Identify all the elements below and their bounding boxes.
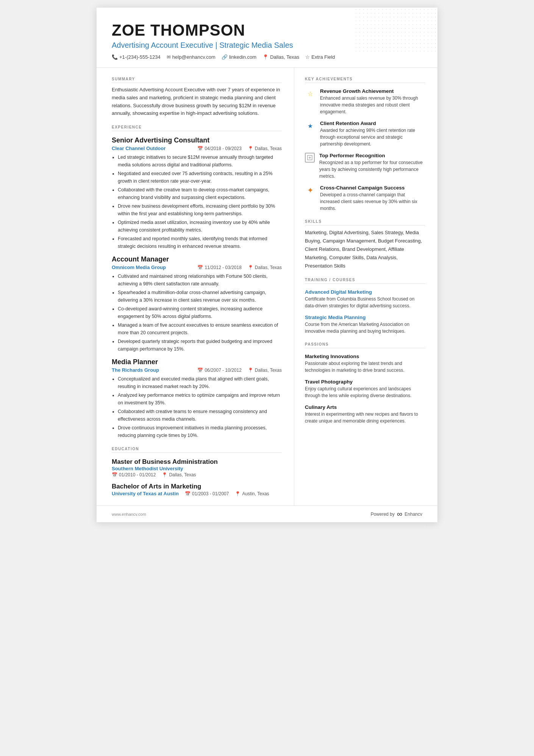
calendar-icon-2: 📅 xyxy=(197,265,203,270)
job-title-3: Media Planner xyxy=(112,358,282,366)
pin-icon-2: 📍 xyxy=(248,265,253,270)
passions-label: PASSIONS xyxy=(305,342,425,348)
calendar-icon-1: 📅 xyxy=(197,146,203,151)
skills-text: Marketing, Digital Advertising, Sales St… xyxy=(305,229,425,270)
achievement-icon-4: ✦ xyxy=(305,185,315,196)
pin-icon-1: 📍 xyxy=(248,146,253,151)
bullet-item: Drove new business development efforts, … xyxy=(118,202,282,218)
bullet-item: Analyzed key performance metrics to opti… xyxy=(118,391,282,407)
job-dates-3: 📅 06/2007 - 10/2012 xyxy=(197,368,241,373)
course-desc-2: Course from the American Marketing Assoc… xyxy=(305,321,425,335)
passion-title-2: Travel Photography xyxy=(305,379,425,385)
web-icon: 🔗 xyxy=(222,54,228,60)
company-name-1: Clear Channel Outdoor xyxy=(112,146,166,151)
phone-icon: 📞 xyxy=(112,54,118,60)
enhancv-logo: Powered by ∞ Enhancv xyxy=(371,510,422,518)
bullet-item: Negotiated and executed over 75 advertis… xyxy=(118,170,282,185)
edu-meta-1: 📅 01/2010 - 01/2012 📍 Dallas, Texas xyxy=(112,472,282,477)
bullet-item: Collaborated with creative teams to ensu… xyxy=(118,408,282,423)
achievement-title-1: Revenue Growth Achievement xyxy=(320,88,425,94)
bullet-item: Led strategic initiatives to secure $12M… xyxy=(118,153,282,169)
pin-edu-2: 📍 xyxy=(235,491,240,496)
job-title-1: Senior Advertising Consultant xyxy=(112,136,282,144)
calendar-icon-3: 📅 xyxy=(197,368,203,373)
job-dates-2: 📅 11/2012 - 03/2018 xyxy=(197,265,241,270)
job-bullets-3: Conceptualized and executed media plans … xyxy=(112,375,282,439)
resume-footer: www.enhancv.com Powered by ∞ Enhancv xyxy=(97,506,437,522)
achievement-content-4: Cross-Channel Campaign Success Developed… xyxy=(320,185,425,212)
degree-1: Master of Business Administration xyxy=(112,458,282,466)
calendar-edu-1: 📅 xyxy=(112,472,117,477)
job-bullets-1: Led strategic initiatives to secure $12M… xyxy=(112,153,282,250)
bullet-item: Cultivated and maintained strong relatio… xyxy=(118,272,282,288)
company-name-3: The Richards Group xyxy=(112,367,159,373)
edu-dates-1: 📅 01/2010 - 01/2012 xyxy=(112,472,156,477)
bullet-item: Optimized media asset utilization, incre… xyxy=(118,219,282,234)
job-title-2: Account Manager xyxy=(112,255,282,263)
company-row-2: Omnicom Media Group 📅 11/2012 - 03/2018 … xyxy=(112,264,282,270)
job-meta-3: 📅 06/2007 - 10/2012 📍 Dallas, Texas xyxy=(197,368,282,373)
achievement-icon-1: ☆ xyxy=(305,88,315,99)
edu-dates-2: 📅 01/2003 - 01/2007 xyxy=(185,491,229,496)
passion-title-3: Culinary Arts xyxy=(305,404,425,410)
location-icon: 📍 xyxy=(262,54,269,60)
passion-title-1: Marketing Innovations xyxy=(305,354,425,359)
edu-location-1: 📍 Dallas, Texas xyxy=(162,472,196,477)
candidate-title: Advertising Account Executive | Strategi… xyxy=(112,41,422,50)
passion-desc-2: Enjoy capturing cultural experiences and… xyxy=(305,385,425,399)
job-bullets-2: Cultivated and maintained strong relatio… xyxy=(112,272,282,353)
contact-extra: ☆ Extra Field xyxy=(305,54,335,60)
achievement-desc-1: Enhanced annual sales revenue by 30% thr… xyxy=(320,95,425,115)
left-column: SUMMARY Enthusiastic Advertising Account… xyxy=(97,68,294,506)
footer-website: www.enhancv.com xyxy=(112,512,146,517)
school-2: University of Texas at Austin xyxy=(112,491,179,496)
job-location-2: 📍 Dallas, Texas xyxy=(248,265,282,270)
bullet-item: Spearheaded a multimillion-dollar cross-… xyxy=(118,289,282,304)
experience-label: EXPERIENCE xyxy=(112,125,282,131)
resume-page: ZOE THOMPSON Advertising Account Executi… xyxy=(97,8,437,522)
header-section: ZOE THOMPSON Advertising Account Executi… xyxy=(97,8,437,68)
achievement-desc-2: Awarded for achieving 98% client retenti… xyxy=(320,127,425,147)
passion-desc-1: Passionate about exploring the latest tr… xyxy=(305,360,425,374)
extra-icon: ☆ xyxy=(305,54,310,60)
candidate-name: ZOE THOMPSON xyxy=(112,21,422,39)
summary-text: Enthusiastic Advertising Account Executi… xyxy=(112,86,282,117)
education-label: EDUCATION xyxy=(112,447,282,453)
achievement-content-2: Client Retention Award Awarded for achie… xyxy=(320,121,425,147)
job-dates-1: 📅 04/2018 - 09/2023 xyxy=(197,146,241,151)
job-location-3: 📍 Dallas, Texas xyxy=(248,368,282,373)
achievement-title-3: Top Performer Recognition xyxy=(319,153,425,158)
achievement-2: ★ Client Retention Award Awarded for ach… xyxy=(305,121,425,147)
achievement-desc-3: Recognized as a top performer for four c… xyxy=(319,159,425,180)
contact-phone: 📞 +1-(234)-555-1234 xyxy=(112,54,161,60)
achievement-title-2: Client Retention Award xyxy=(320,121,425,126)
bullet-item: Drove continuous improvement initiatives… xyxy=(118,424,282,439)
course-title-2: Strategic Media Planning xyxy=(305,315,425,320)
achievement-desc-4: Developed a cross-channel campaign that … xyxy=(320,191,425,212)
pin-edu-1: 📍 xyxy=(162,472,167,477)
bullet-item: Developed quarterly strategic reports th… xyxy=(118,338,282,353)
achievement-title-4: Cross-Channel Campaign Success xyxy=(320,185,425,191)
achievement-1: ☆ Revenue Growth Achievement Enhanced an… xyxy=(305,88,425,115)
achievement-4: ✦ Cross-Channel Campaign Success Develop… xyxy=(305,185,425,212)
enhancv-icon: ∞ xyxy=(397,510,402,518)
calendar-edu-2: 📅 xyxy=(185,491,190,496)
summary-label: SUMMARY xyxy=(112,77,282,83)
resume-body: SUMMARY Enthusiastic Advertising Account… xyxy=(97,68,437,506)
company-row-1: Clear Channel Outdoor 📅 04/2018 - 09/202… xyxy=(112,145,282,151)
skills-label: SKILLS xyxy=(305,219,425,225)
achievement-icon-3 xyxy=(305,153,315,163)
achievement-content-1: Revenue Growth Achievement Enhanced annu… xyxy=(320,88,425,115)
bullet-item: Conceptualized and executed media plans … xyxy=(118,375,282,390)
achievement-content-3: Top Performer Recognition Recognized as … xyxy=(319,153,425,180)
contact-location: 📍 Dallas, Texas xyxy=(262,54,299,60)
job-location-1: 📍 Dallas, Texas xyxy=(248,146,282,151)
job-meta-2: 📅 11/2012 - 03/2018 📍 Dallas, Texas xyxy=(197,265,282,270)
training-label: TRAINING / COURSES xyxy=(305,278,425,284)
bullet-item: Managed a team of five account executive… xyxy=(118,321,282,337)
achievement-icon-2: ★ xyxy=(305,121,315,131)
company-name-2: Omnicom Media Group xyxy=(112,265,166,270)
pin-icon-3: 📍 xyxy=(248,368,253,373)
edu-location-2: 📍 Austin, Texas xyxy=(235,491,269,496)
degree-2: Bachelor of Arts in Marketing xyxy=(112,483,282,490)
